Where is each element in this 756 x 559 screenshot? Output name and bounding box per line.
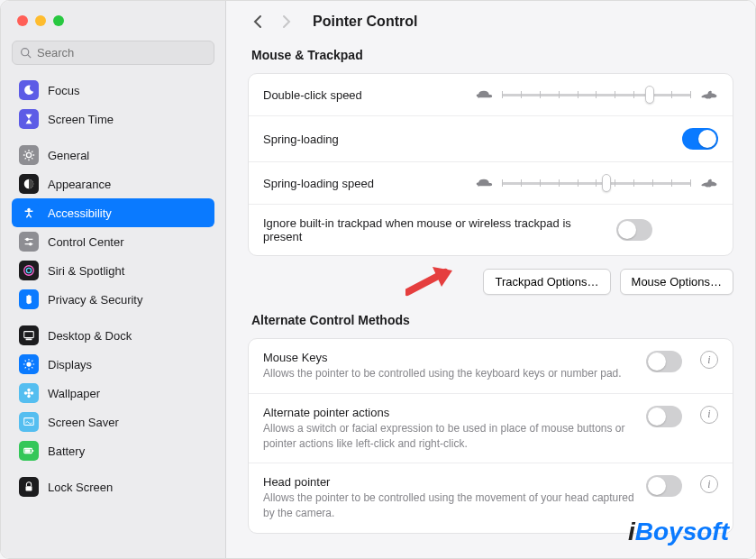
sidebar-item-appearance[interactable]: Appearance [12,170,214,198]
row-alternate-pointer-actions: Alternate pointer actions Allows a switc… [249,394,733,464]
row-spring-loading-speed: Spring-loading speed [249,162,733,205]
sidebar-item-label: Focus [48,84,79,97]
sidebar-item-general[interactable]: General [12,141,214,170]
svg-point-11 [26,362,31,366]
panel-alternate-control: Mouse Keys Allows the pointer to be cont… [248,338,733,534]
tortoise-icon [475,177,493,189]
row-label: Head pointer [263,475,635,489]
search-icon [20,47,32,59]
accessibility-icon [19,203,39,223]
ignore-trackpad-toggle[interactable] [616,219,652,241]
sidebar-item-battery[interactable]: Battery [12,436,214,465]
options-button-row: Trackpad Options… Mouse Options… [248,269,733,295]
svg-point-5 [26,238,30,242]
battery-icon [19,441,39,461]
fullscreen-button[interactable] [53,15,64,26]
svg-rect-21 [26,486,32,490]
sidebar-item-wallpaper[interactable]: Wallpaper [12,379,214,408]
sidebar-item-label: Displays [48,358,92,371]
svg-rect-10 [26,339,32,341]
flower-icon [19,383,39,403]
sidebar-item-screen-saver[interactable]: Screen Saver [12,408,214,436]
sidebar-item-accessibility[interactable]: Accessibility [12,198,214,227]
row-label: Ignore built-in trackpad when mouse or w… [263,216,606,243]
sidebar-item-label: Screen Time [48,113,114,126]
minimize-button[interactable] [35,15,46,26]
svg-rect-20 [32,450,34,452]
sidebar-item-label: Appearance [48,178,111,191]
sidebar-item-desktop-dock[interactable]: Desktop & Dock [12,321,214,350]
search-input[interactable] [37,46,206,60]
page-title: Pointer Control [313,14,417,30]
double-click-speed-slider[interactable] [502,86,691,104]
panel-mouse-trackpad: Double-click speed Spring-loading Spring… [248,73,733,256]
window-controls [12,10,214,39]
row-mouse-keys: Mouse Keys Allows the pointer to be cont… [249,339,733,394]
brightness-icon [19,354,39,374]
sidebar-item-label: Control Center [48,235,124,249]
row-label: Spring-loading speed [263,177,464,190]
svg-line-1 [28,55,31,58]
svg-rect-19 [25,449,31,453]
svg-rect-9 [24,332,34,338]
svg-point-8 [26,268,31,272]
siri-icon [19,261,39,280]
dock-icon [19,325,39,345]
section-title-mouse-trackpad: Mouse & Trackpad [251,48,733,62]
back-button[interactable] [248,12,268,32]
sidebar-item-displays[interactable]: Displays [12,350,214,379]
svg-point-14 [27,395,31,399]
row-description: Allows a switch or facial expression to … [263,421,635,452]
hare-icon [700,88,718,101]
gear-icon [19,145,39,165]
svg-point-6 [29,243,32,246]
sidebar-item-label: Siri & Spotlight [48,264,124,278]
row-head-pointer: Head pointer Allows the pointer to be co… [249,463,733,533]
hare-icon [700,177,718,189]
sidebar-item-siri-spotlight[interactable]: Siri & Spotlight [12,256,214,285]
row-description: Allows the pointer to be controlled usin… [263,490,635,521]
sidebar-item-label: General [48,149,89,162]
head-pointer-toggle[interactable] [646,475,682,497]
svg-point-15 [24,391,28,395]
svg-point-7 [24,266,34,276]
info-icon[interactable]: i [700,475,718,493]
annotation-arrow-icon [405,265,456,298]
sidebar-item-label: Wallpaper [48,387,100,400]
spring-loading-toggle[interactable] [682,128,718,150]
row-label: Double-click speed [263,88,464,102]
sidebar-item-screen-time[interactable]: Screen Time [12,105,214,133]
alternate-pointer-toggle[interactable] [646,406,682,427]
row-spring-loading: Spring-loading [249,116,733,162]
close-button[interactable] [17,15,28,26]
row-double-click-speed: Double-click speed [249,74,733,116]
section-title-alternate-control: Alternate Control Methods [251,313,733,327]
sidebar-item-label: Accessibility [48,206,112,220]
sidebar-item-focus[interactable]: Focus [12,76,214,105]
hand-icon [19,289,39,309]
row-label: Mouse Keys [263,351,635,364]
trackpad-options-button[interactable]: Trackpad Options… [483,269,610,295]
spring-loading-speed-slider[interactable] [502,174,691,192]
sidebar-item-lock-screen[interactable]: Lock Screen [12,472,214,501]
svg-point-12 [27,391,31,395]
search-field[interactable] [12,41,214,65]
controls-icon [19,232,39,252]
row-description: Allows the pointer to be controlled usin… [263,366,635,381]
lock-icon [19,477,39,497]
sidebar-item-label: Desktop & Dock [48,329,132,343]
sidebar-item-control-center[interactable]: Control Center [12,227,214,256]
sidebar-item-privacy-security[interactable]: Privacy & Security [12,285,214,314]
svg-rect-17 [24,418,34,426]
sidebar-item-label: Screen Saver [48,416,119,429]
info-icon[interactable]: i [700,351,718,369]
info-icon[interactable]: i [700,406,718,424]
sidebar-item-label: Privacy & Security [48,293,142,307]
mouse-keys-toggle[interactable] [646,351,682,372]
sidebar-item-label: Lock Screen [48,481,113,494]
row-ignore-trackpad: Ignore built-in trackpad when mouse or w… [249,205,733,255]
hourglass-icon [19,109,39,129]
mouse-options-button[interactable]: Mouse Options… [620,269,733,295]
tortoise-icon [475,88,493,101]
moon-icon [19,80,39,100]
